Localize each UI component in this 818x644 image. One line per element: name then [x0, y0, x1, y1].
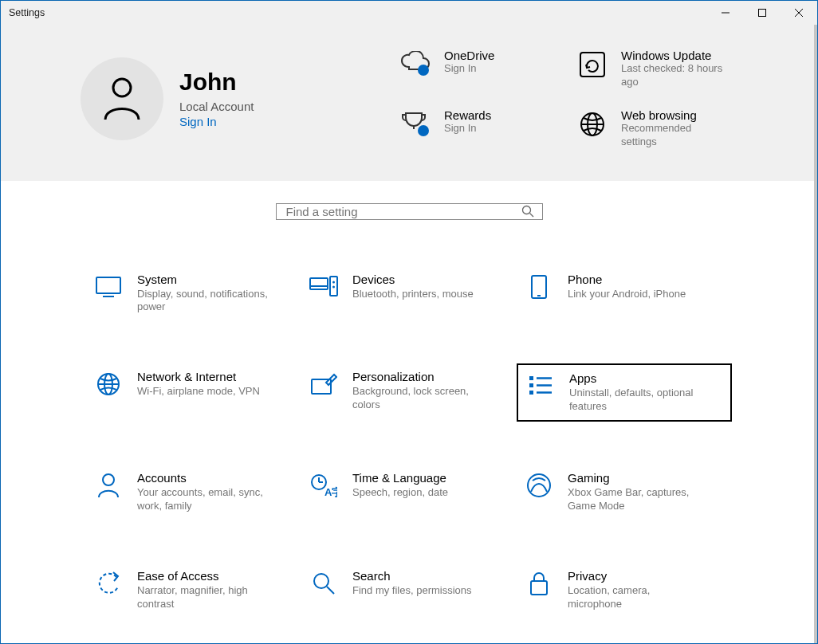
category-network[interactable]: Network & InternetWi-Fi, airplane mode, … — [86, 363, 301, 422]
category-title: Gaming — [568, 471, 703, 485]
titlebar: Settings — [1, 1, 817, 25]
svg-rect-1 — [759, 10, 766, 17]
window-title: Settings — [9, 7, 45, 18]
ease-icon — [94, 569, 123, 598]
svg-text:A字: A字 — [324, 486, 337, 497]
category-title: Accounts — [137, 471, 273, 485]
category-subtitle: Uninstall, defaults, optional features — [569, 387, 705, 414]
svg-rect-6 — [580, 53, 604, 77]
phone-icon — [525, 273, 553, 301]
sign-in-link[interactable]: Sign In — [179, 115, 254, 128]
svg-point-20 — [332, 285, 335, 288]
category-title: Personalization — [352, 370, 488, 383]
devices-icon — [309, 273, 338, 301]
hero-link-title: Windows Update — [621, 49, 725, 62]
category-title: Network & Internet — [137, 370, 260, 383]
category-gaming[interactable]: GamingXbox Game Bar, captures, Game Mode — [517, 465, 732, 520]
maximize-button[interactable] — [744, 1, 781, 25]
search-box[interactable] — [276, 203, 543, 220]
category-subtitle: Narrator, magnifier, high contrast — [137, 584, 273, 611]
category-subtitle: Your accounts, email, sync, work, family — [137, 486, 273, 513]
hero-link-sub: Sign In — [444, 62, 494, 76]
svg-point-12 — [522, 206, 530, 214]
svg-rect-14 — [96, 277, 120, 293]
scrollbar[interactable] — [814, 25, 817, 643]
rewards-icon — [399, 108, 431, 140]
svg-point-33 — [103, 474, 114, 485]
hero-web-browsing[interactable]: Web browsingRecommended settings — [576, 108, 745, 149]
search-icon — [521, 205, 534, 218]
category-subtitle: Link your Android, iPhone — [568, 288, 686, 301]
hero-panel: John Local Account Sign In OneDriveSign … — [1, 25, 817, 181]
account-type: Local Account — [179, 100, 254, 113]
apps-icon — [526, 371, 555, 400]
svg-line-13 — [529, 214, 533, 218]
category-system[interactable]: SystemDisplay, sound, notifications, pow… — [86, 266, 301, 321]
update-icon — [576, 49, 608, 80]
person-icon — [102, 77, 142, 121]
category-subtitle: Display, sound, notifications, power — [137, 288, 273, 315]
category-subtitle: Xbox Game Bar, captures, Game Mode — [568, 486, 703, 513]
hero-link-title: Web browsing — [621, 108, 725, 122]
category-search[interactable]: SearchFind my files, permissions — [301, 563, 517, 618]
cloud-icon — [399, 49, 431, 80]
category-ease[interactable]: Ease of AccessNarrator, magnifier, high … — [86, 563, 301, 618]
close-button[interactable] — [781, 1, 817, 25]
hero-link-sub: Last checked: 8 hours ago — [621, 62, 725, 89]
user-name: John — [179, 69, 254, 95]
category-devices[interactable]: DevicesBluetooth, printers, mouse — [301, 266, 517, 321]
category-personalization[interactable]: PersonalizationBackground, lock screen, … — [301, 363, 517, 422]
system-icon — [94, 273, 123, 301]
category-subtitle: Wi-Fi, airplane mode, VPN — [137, 385, 260, 399]
hero-link-title: OneDrive — [444, 49, 494, 62]
accounts-icon — [94, 471, 123, 500]
svg-rect-29 — [529, 391, 533, 395]
svg-point-8 — [418, 125, 429, 136]
hero-rewards[interactable]: RewardsSign In — [399, 108, 568, 149]
search-icon — [309, 569, 338, 598]
category-subtitle: Speech, region, date — [352, 486, 448, 500]
hero-links: OneDriveSign In Windows UpdateLast check… — [399, 49, 745, 149]
avatar — [81, 57, 163, 140]
personalization-icon — [309, 370, 338, 399]
svg-rect-27 — [529, 376, 533, 380]
category-subtitle: Location, camera, microphone — [568, 584, 703, 611]
search-input[interactable] — [285, 204, 521, 219]
category-title: Apps — [569, 371, 705, 385]
privacy-icon — [525, 569, 553, 598]
svg-point-5 — [418, 65, 429, 76]
svg-rect-21 — [532, 276, 546, 298]
user-block: John Local Account Sign In — [81, 49, 368, 149]
category-title: Phone — [568, 273, 686, 286]
category-title: Ease of Access — [137, 569, 273, 583]
category-title: Time & Language — [352, 471, 448, 485]
minimize-button[interactable] — [707, 1, 744, 25]
hero-link-sub: Sign In — [444, 122, 491, 135]
globe-icon — [576, 108, 608, 140]
category-apps[interactable]: AppsUninstall, defaults, optional featur… — [517, 363, 732, 422]
hero-link-title: Rewards — [444, 108, 491, 122]
category-time[interactable]: A字Time & LanguageSpeech, region, date — [301, 465, 517, 520]
category-accounts[interactable]: AccountsYour accounts, email, sync, work… — [86, 465, 301, 520]
main-body: SystemDisplay, sound, notifications, pow… — [1, 181, 817, 643]
svg-rect-28 — [529, 383, 533, 387]
network-icon — [94, 370, 123, 399]
category-title: Search — [352, 569, 472, 583]
svg-rect-41 — [531, 581, 547, 595]
category-title: System — [137, 273, 273, 286]
category-title: Privacy — [568, 569, 703, 583]
hero-windows-update[interactable]: Windows UpdateLast checked: 8 hours ago — [576, 49, 745, 89]
svg-rect-16 — [310, 278, 328, 289]
category-privacy[interactable]: PrivacyLocation, camera, microphone — [517, 563, 732, 618]
category-subtitle: Background, lock screen, colors — [352, 385, 488, 412]
category-phone[interactable]: PhoneLink your Android, iPhone — [517, 266, 732, 321]
category-grid: SystemDisplay, sound, notifications, pow… — [86, 266, 732, 643]
category-title: Devices — [352, 273, 474, 286]
svg-line-40 — [327, 587, 334, 594]
svg-point-4 — [113, 79, 131, 96]
time-icon: A字 — [309, 471, 338, 500]
hero-link-sub: Recommended settings — [621, 122, 725, 149]
svg-point-39 — [314, 574, 328, 588]
category-subtitle: Bluetooth, printers, mouse — [352, 288, 474, 301]
hero-onedrive[interactable]: OneDriveSign In — [399, 49, 568, 89]
